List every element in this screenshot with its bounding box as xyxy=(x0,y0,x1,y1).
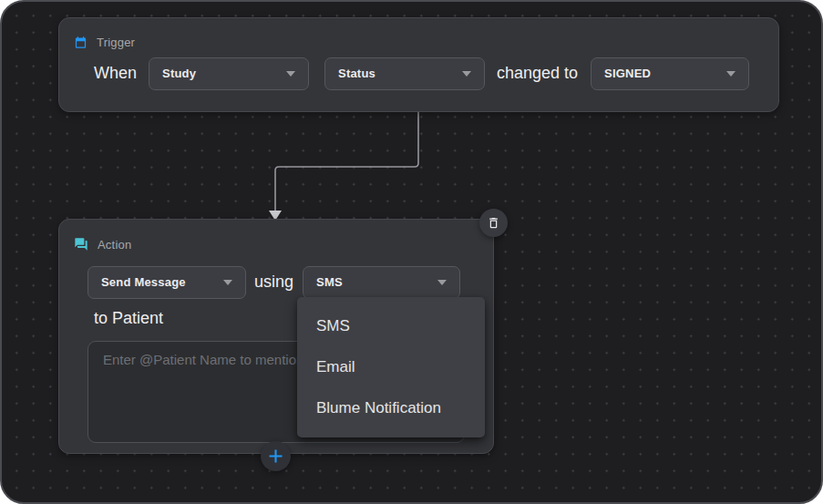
trigger-field-value: Status xyxy=(338,67,375,80)
menu-item-blume-notification[interactable]: Blume Notification xyxy=(297,387,485,428)
action-type-value: Send Message xyxy=(101,275,186,289)
action-channel-dropdown[interactable]: SMS xyxy=(303,266,460,299)
chat-icon xyxy=(74,237,88,252)
changed-to-label: changed to xyxy=(497,64,578,83)
action-channel-value: SMS xyxy=(316,275,343,289)
action-card-title: Action xyxy=(98,238,131,252)
trigger-value-dropdown[interactable]: SIGNED xyxy=(591,57,749,90)
trigger-value-value: SIGNED xyxy=(604,67,651,80)
chevron-down-icon xyxy=(462,71,471,77)
delete-action-button[interactable] xyxy=(479,209,508,237)
using-label: using xyxy=(254,273,293,292)
screenshot-stage: Trigger When Study Status changed to SIG… xyxy=(0,0,823,504)
trigger-card-header: Trigger xyxy=(74,36,135,49)
trigger-field-dropdown[interactable]: Status xyxy=(324,57,485,90)
menu-item-email[interactable]: Email xyxy=(297,346,485,387)
trigger-entity-dropdown[interactable]: Study xyxy=(149,57,309,90)
channel-dropdown-menu: SMS Email Blume Notification xyxy=(297,297,485,437)
action-config-row: Send Message using SMS xyxy=(87,265,460,299)
plus-icon xyxy=(267,447,284,465)
trigger-entity-value: Study xyxy=(162,67,196,80)
trash-icon xyxy=(487,216,500,230)
workflow-canvas[interactable]: Trigger When Study Status changed to SIG… xyxy=(0,0,823,504)
add-step-button[interactable] xyxy=(261,441,291,471)
chevron-down-icon xyxy=(726,71,736,77)
chevron-down-icon xyxy=(286,71,295,77)
menu-item-sms[interactable]: SMS xyxy=(297,305,485,346)
action-type-dropdown[interactable]: Send Message xyxy=(87,266,246,299)
calendar-icon xyxy=(74,36,87,49)
chevron-down-icon xyxy=(223,280,232,285)
when-label: When xyxy=(94,64,137,83)
trigger-card[interactable]: Trigger When Study Status changed to SIG… xyxy=(58,17,779,112)
trigger-condition-row: When Study Status changed to SIGNED xyxy=(94,57,749,90)
chevron-down-icon xyxy=(437,280,447,285)
action-card-header: Action xyxy=(74,237,131,252)
trigger-card-title: Trigger xyxy=(97,36,135,49)
recipient-label: to Patient xyxy=(94,309,163,328)
